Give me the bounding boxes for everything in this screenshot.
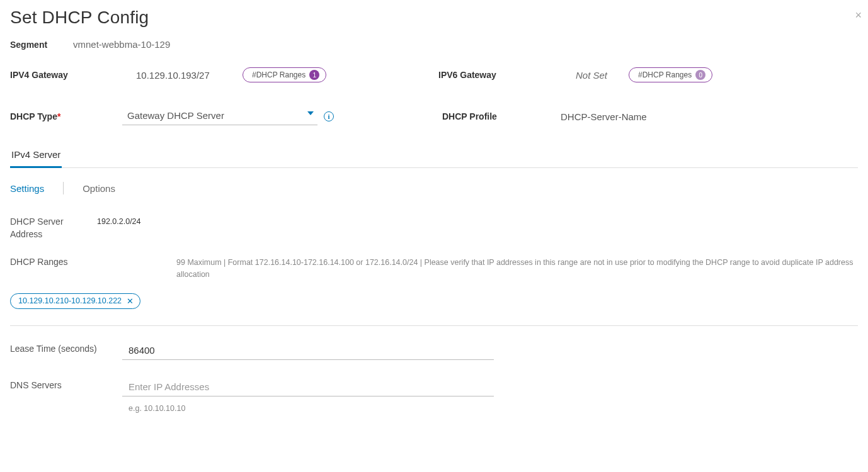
dhcp-type-select[interactable]: Gateway DHCP Server	[122, 108, 317, 125]
dhcp-ranges-chip-row: 10.129.10.210-10.129.10.222 ✕	[10, 293, 858, 322]
info-icon[interactable]: i	[324, 111, 334, 121]
ipv4-badge-label: #DHCP Ranges	[252, 70, 306, 79]
ipv4-badge-count: 1	[309, 70, 319, 80]
ipv4-gateway-value: 10.129.10.193/27	[136, 70, 234, 81]
chevron-down-icon	[307, 111, 314, 115]
page-title: Set DHCP Config	[10, 8, 858, 28]
secondary-tabs: Settings Options	[10, 182, 858, 194]
dhcp-ranges-hint: 99 Maximum | Format 172.16.14.10-172.16.…	[176, 257, 858, 281]
ipv6-badge-count: 0	[695, 70, 705, 80]
lease-time-label: Lease Time (seconds)	[10, 342, 122, 356]
ipv6-dhcp-ranges-badge[interactable]: #DHCP Ranges 0	[629, 67, 712, 82]
tab-divider	[63, 182, 64, 194]
lease-time-input[interactable]	[122, 342, 494, 360]
tab-ipv4-server[interactable]: IPv4 Server	[10, 144, 62, 168]
dhcp-range-chip-text: 10.129.10.210-10.129.10.222	[18, 296, 122, 305]
close-icon[interactable]: ×	[855, 9, 862, 22]
tab-options[interactable]: Options	[83, 183, 115, 194]
dhcp-type-select-value: Gateway DHCP Server	[127, 110, 224, 121]
dhcp-range-chip[interactable]: 10.129.10.210-10.129.10.222 ✕	[10, 293, 140, 309]
close-icon[interactable]: ✕	[127, 296, 134, 306]
divider	[10, 325, 858, 326]
ipv6-gateway-value: Not Set	[576, 70, 620, 81]
dhcp-type-label: DHCP Type*	[10, 111, 122, 121]
dhcp-server-address-value: 192.0.2.0/24	[97, 216, 141, 226]
segment-label: Segment	[10, 40, 73, 50]
dns-servers-input[interactable]	[122, 379, 494, 396]
dhcp-profile-label: DHCP Profile	[442, 111, 561, 121]
ipv6-gateway-label: IPV6 Gateway	[438, 70, 576, 80]
primary-tabs: IPv4 Server	[10, 144, 858, 168]
ipv4-dhcp-ranges-badge[interactable]: #DHCP Ranges 1	[243, 67, 326, 82]
ipv6-badge-label: #DHCP Ranges	[638, 70, 692, 79]
dhcp-profile-value: DHCP-Server-Name	[561, 111, 647, 122]
tab-settings[interactable]: Settings	[10, 183, 44, 194]
required-asterisk: *	[57, 111, 60, 121]
dns-servers-hint: e.g. 10.10.10.10	[128, 404, 494, 413]
segment-value: vmnet-webbma-10-129	[73, 39, 170, 50]
dhcp-ranges-label: DHCP Ranges	[10, 257, 176, 267]
dhcp-server-address-label: DHCP Server Address	[10, 216, 97, 240]
ipv4-gateway-label: IPV4 Gateway	[10, 70, 136, 80]
dns-servers-label: DNS Servers	[10, 379, 122, 392]
